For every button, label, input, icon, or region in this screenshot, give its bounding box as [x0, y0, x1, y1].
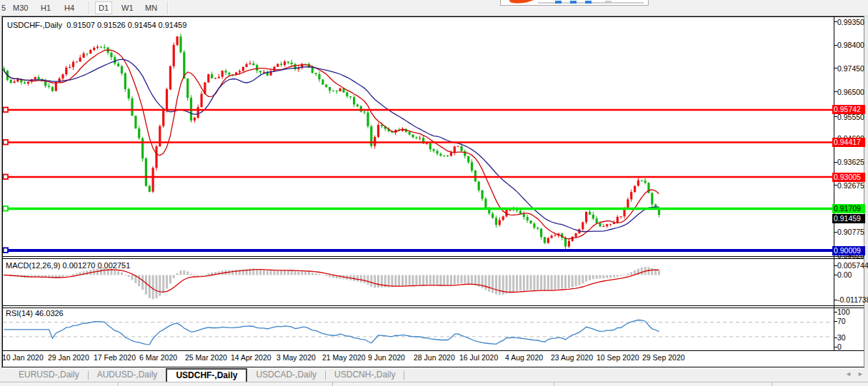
price-tick: 0.90775 [837, 228, 864, 236]
macd-axis-max: 0.005744 [837, 261, 868, 270]
macd-panel-bottom-border [2, 305, 864, 306]
level-badge-support-blue: 0.90009 [832, 246, 865, 255]
price-tick: 0.99350 [837, 18, 864, 26]
level-badge-resistance-3: 0.93005 [832, 173, 865, 182]
price-axis-separator [834, 16, 834, 350]
chart-title: USDCHF-,Daily 0.91507 0.91526 0.91454 0.… [7, 21, 186, 29]
macd-value: 0.001270 [62, 261, 95, 270]
date-label: 23 Aug 2020 [551, 353, 593, 362]
date-label: 16 Jul 2020 [459, 353, 498, 362]
price-tick: 0.93625 [837, 158, 864, 166]
chart-left-border [2, 16, 3, 367]
date-label: 9 Jun 2020 [368, 353, 405, 362]
price-tick: 0.92675 [837, 181, 864, 190]
date-label: 17 Feb 2020 [94, 353, 136, 362]
chart-bottom-border [2, 367, 864, 367]
rsi-axis-70: 70 [837, 317, 846, 325]
date-label: 6 Mar 2020 [139, 353, 177, 362]
price-chart-canvas[interactable] [0, 0, 868, 386]
level-badge-resistance-2: 0.94417 [832, 138, 865, 147]
rsi-axis-30: 30 [837, 333, 846, 342]
date-label: 29 Sep 2020 [642, 353, 685, 362]
price-tick: 0.96500 [837, 88, 864, 96]
date-label: 4 Aug 2020 [505, 353, 543, 362]
macd-signal-value: 0.002751 [97, 261, 130, 270]
rsi-axis-100: 100 [837, 308, 850, 316]
rsi-panel-top-border [2, 308, 864, 308]
chart-top-border [2, 16, 864, 17]
date-label: 28 Jun 2020 [414, 353, 455, 362]
level-badge-resistance-1: 0.95742 [832, 105, 865, 114]
level-badge-support-green: 0.91709 [832, 204, 865, 213]
date-label: 14 Apr 2020 [231, 353, 271, 362]
macd-header: MACD(12,26,9) 0.001270 0.002751 [6, 261, 130, 270]
price-tick: 0.98400 [837, 41, 864, 49]
rsi-title: RSI(14) [6, 309, 33, 318]
rsi-value: 46.0326 [35, 309, 64, 318]
macd-axis-zero: 0.00 [837, 270, 852, 279]
rsi-panel-bottom-border [2, 350, 864, 351]
macd-title: MACD(12,26,9) [6, 261, 60, 270]
current-price-badge: 0.91459 [832, 214, 865, 223]
rsi-header: RSI(14) 46.0326 [6, 309, 64, 318]
date-label: 10 Jan 2020 [2, 353, 44, 362]
chart-quote-ohlc: 0.91507 0.91526 0.91454 0.91459 [66, 21, 186, 29]
date-label: 25 Mar 2020 [185, 353, 227, 362]
chart-symbol-label: USDCHF-,Daily [7, 21, 62, 29]
date-label: 29 Jan 2020 [48, 353, 89, 362]
macd-panel-top-border [2, 258, 864, 259]
price-tick: 0.97450 [837, 64, 864, 73]
macd-axis-min: -0.011738 [837, 295, 868, 304]
date-label: 3 May 2020 [276, 353, 316, 362]
date-label: 10 Sep 2020 [597, 353, 639, 362]
date-label: 21 May 2020 [322, 353, 366, 362]
main-panel-bottom-border [2, 256, 864, 257]
mt4-window: 5 M30 H1 H4 D1 W1 MN USDCHF-,Daily 0.915… [0, 0, 868, 386]
